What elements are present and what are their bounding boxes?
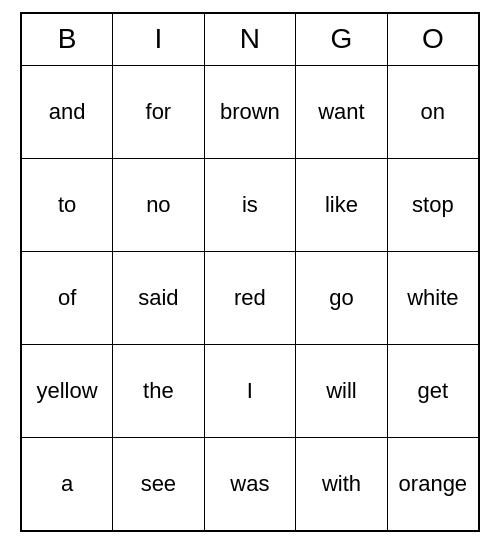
bingo-row: andforbrownwanton (21, 65, 479, 158)
header-row: BINGO (21, 13, 479, 65)
header-col-i: I (113, 13, 204, 65)
bingo-cell-r2-c2[interactable]: red (204, 251, 296, 344)
header-col-n: N (204, 13, 296, 65)
bingo-cell-r4-c2[interactable]: was (204, 438, 296, 531)
bingo-cell-r1-c4[interactable]: stop (387, 158, 479, 251)
bingo-row: tonoislikestop (21, 158, 479, 251)
bingo-cell-r4-c1[interactable]: see (113, 438, 204, 531)
bingo-row: ofsaidredgowhite (21, 251, 479, 344)
header-col-g: G (296, 13, 387, 65)
bingo-cell-r2-c0[interactable]: of (21, 251, 113, 344)
bingo-cell-r1-c3[interactable]: like (296, 158, 387, 251)
bingo-cell-r0-c1[interactable]: for (113, 65, 204, 158)
bingo-cell-r3-c2[interactable]: I (204, 345, 296, 438)
bingo-card: BINGO andforbrownwantontonoislikestopofs… (20, 12, 480, 532)
bingo-cell-r3-c3[interactable]: will (296, 345, 387, 438)
bingo-cell-r2-c1[interactable]: said (113, 251, 204, 344)
bingo-cell-r4-c3[interactable]: with (296, 438, 387, 531)
bingo-cell-r3-c1[interactable]: the (113, 345, 204, 438)
bingo-cell-r0-c3[interactable]: want (296, 65, 387, 158)
bingo-cell-r2-c3[interactable]: go (296, 251, 387, 344)
bingo-cell-r4-c0[interactable]: a (21, 438, 113, 531)
bingo-cell-r1-c2[interactable]: is (204, 158, 296, 251)
bingo-cell-r0-c4[interactable]: on (387, 65, 479, 158)
bingo-cell-r2-c4[interactable]: white (387, 251, 479, 344)
bingo-cell-r4-c4[interactable]: orange (387, 438, 479, 531)
bingo-cell-r1-c0[interactable]: to (21, 158, 113, 251)
bingo-cell-r3-c4[interactable]: get (387, 345, 479, 438)
header-col-o: O (387, 13, 479, 65)
bingo-cell-r1-c1[interactable]: no (113, 158, 204, 251)
bingo-cell-r3-c0[interactable]: yellow (21, 345, 113, 438)
bingo-cell-r0-c0[interactable]: and (21, 65, 113, 158)
bingo-row: yellowtheIwillget (21, 345, 479, 438)
bingo-row: aseewaswithorange (21, 438, 479, 531)
bingo-cell-r0-c2[interactable]: brown (204, 65, 296, 158)
header-col-b: B (21, 13, 113, 65)
